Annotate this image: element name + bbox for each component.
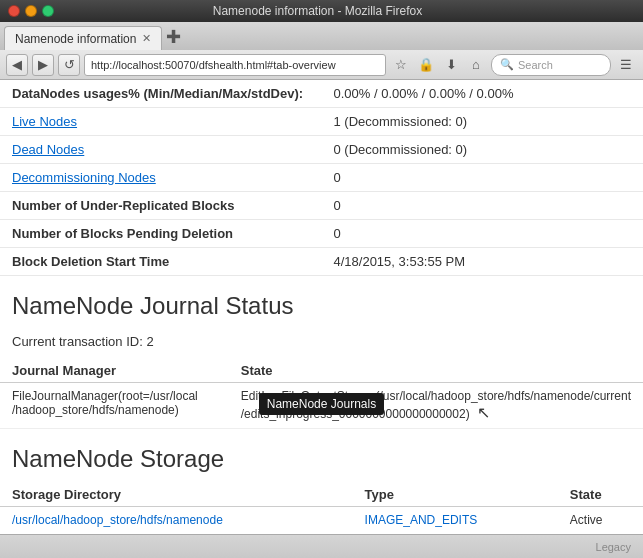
table-row: Block Deletion Start Time 4/18/2015, 3:5… (0, 248, 643, 276)
shield-button[interactable]: 🔒 (415, 54, 437, 76)
nav-icon-group: ☆ 🔒 ⬇ ⌂ (390, 54, 487, 76)
tab-label: Namenode information (15, 32, 136, 46)
row-value: 0.00% / 0.00% / 0.00% / 0.00% (322, 80, 644, 108)
journal-table: Journal Manager State FileJournalManager… (0, 359, 643, 429)
row-label: Decommissioning Nodes (0, 164, 322, 192)
storage-type: IMAGE_AND_EDITS (353, 507, 558, 534)
table-row: Decommissioning Nodes 0 (0, 164, 643, 192)
back-button[interactable]: ◀ (6, 54, 28, 76)
download-button[interactable]: ⬇ (440, 54, 462, 76)
title-bar: Namenode information - Mozilla Firefox (0, 0, 643, 22)
new-tab-button[interactable]: ✚ (166, 28, 181, 50)
reload-button[interactable]: ↺ (58, 54, 80, 76)
home-button[interactable]: ⌂ (465, 54, 487, 76)
tab-bar: Namenode information ✕ ✚ (0, 22, 643, 50)
transaction-value: 2 (146, 334, 153, 349)
storage-col-type: Type (353, 483, 558, 507)
storage-state: Active (558, 507, 643, 534)
row-label: Dead Nodes (0, 136, 322, 164)
table-row: Live Nodes 1 (Decommissioned: 0) (0, 108, 643, 136)
minimize-button[interactable] (25, 5, 37, 17)
journal-state: EditLogFileOutputStream(/usr/local/hadoo… (229, 383, 643, 429)
nav-bar: ◀ ▶ ↺ http://localhost:50070/dfshealth.h… (0, 50, 643, 80)
storage-col-dir: Storage Directory (0, 483, 353, 507)
close-button[interactable] (8, 5, 20, 17)
table-row: Dead Nodes 0 (Decommissioned: 0) (0, 136, 643, 164)
journal-manager: FileJournalManager(root=/usr/local/hadoo… (0, 383, 229, 429)
table-row: Number of Blocks Pending Deletion 0 (0, 220, 643, 248)
journal-row: FileJournalManager(root=/usr/local/hadoo… (0, 383, 643, 429)
menu-button[interactable]: ☰ (615, 54, 637, 76)
row-value: 0 (Decommissioned: 0) (322, 136, 644, 164)
row-label: DataNodes usages% (Min/Median/Max/stdDev… (0, 80, 322, 108)
cursor-icon: ↖ (477, 403, 490, 422)
maximize-button[interactable] (42, 5, 54, 17)
journal-heading: NameNode Journal Status (0, 276, 643, 330)
table-row: Number of Under-Replicated Blocks 0 (0, 192, 643, 220)
row-value: 0 (322, 220, 644, 248)
info-table: DataNodes usages% (Min/Median/Max/stdDev… (0, 80, 643, 276)
row-value: 0 (322, 192, 644, 220)
row-label: Number of Blocks Pending Deletion (0, 220, 322, 248)
status-bar: Legacy (0, 534, 643, 558)
row-value: 1 (Decommissioned: 0) (322, 108, 644, 136)
page-content: DataNodes usages% (Min/Median/Max/stdDev… (0, 80, 643, 534)
row-label: Live Nodes (0, 108, 322, 136)
storage-row: /usr/local/hadoop_store/hdfs/namenode IM… (0, 507, 643, 534)
journal-tooltip: NameNode Journals (259, 393, 384, 415)
storage-heading: NameNode Storage (0, 429, 643, 483)
journal-col-state: State (229, 359, 643, 383)
row-value: 0 (322, 164, 644, 192)
bookmark-star-button[interactable]: ☆ (390, 54, 412, 76)
journal-col-manager: Journal Manager (0, 359, 229, 383)
table-row: DataNodes usages% (Min/Median/Max/stdDev… (0, 80, 643, 108)
url-bar[interactable]: http://localhost:50070/dfshealth.html#ta… (84, 54, 386, 76)
forward-icon: ▶ (38, 57, 48, 72)
storage-col-state: State (558, 483, 643, 507)
row-label: Number of Under-Replicated Blocks (0, 192, 322, 220)
window-buttons (8, 5, 54, 17)
search-placeholder: Search (518, 59, 553, 71)
tab-close-button[interactable]: ✕ (142, 32, 151, 45)
storage-dir: /usr/local/hadoop_store/hdfs/namenode (0, 507, 353, 534)
transaction-label: Current transaction ID: (12, 334, 143, 349)
legacy-label: Legacy (596, 541, 631, 553)
row-value: 4/18/2015, 3:53:55 PM (322, 248, 644, 276)
storage-table: Storage Directory Type State /usr/local/… (0, 483, 643, 533)
reload-icon: ↺ (64, 57, 75, 72)
forward-button[interactable]: ▶ (32, 54, 54, 76)
url-text: http://localhost:50070/dfshealth.html#ta… (91, 59, 336, 71)
search-icon: 🔍 (500, 58, 514, 71)
browser-tab[interactable]: Namenode information ✕ (4, 26, 162, 50)
back-icon: ◀ (12, 57, 22, 72)
row-label: Block Deletion Start Time (0, 248, 322, 276)
search-bar[interactable]: 🔍 Search (491, 54, 611, 76)
transaction-id: Current transaction ID: 2 (0, 330, 643, 359)
window-title: Namenode information - Mozilla Firefox (60, 4, 575, 18)
